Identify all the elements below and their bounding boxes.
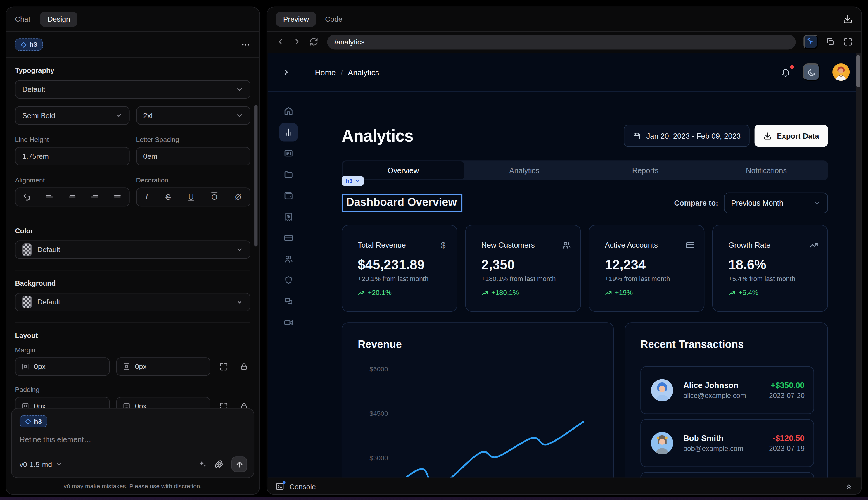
align-left-button[interactable] [42,190,57,204]
window-edge [0,497,868,500]
align-right-button[interactable] [88,190,102,204]
compare-select[interactable]: Previous Month [724,192,828,213]
console-bar[interactable]: Console [268,478,861,495]
inspect-mode-button[interactable] [803,34,818,49]
margin-lock-button[interactable] [237,360,251,373]
v0-workspace: Chat Design h3 Typography Default [0,0,868,500]
reset-alignment-button[interactable] [20,190,34,204]
stat-delta: +5.4% [728,289,818,297]
enhance-prompt-button[interactable] [198,460,207,469]
margin-x-input[interactable]: 0px [15,357,109,376]
color-select[interactable]: Default [15,240,250,259]
selected-node-chip[interactable]: h3 [15,38,43,50]
url-input[interactable]: /analytics [327,34,796,49]
tab-reports[interactable]: Reports [585,161,706,179]
model-selector[interactable]: v0-1.5-md [20,460,62,469]
rail-video[interactable] [279,314,298,332]
download-button[interactable] [843,15,852,24]
stat-card-active-accounts: Active Accounts 12,234 +19% from last mo… [589,225,704,312]
overline-icon[interactable]: O [211,193,218,202]
stat-value: 12,234 [605,257,695,273]
tab-code[interactable]: Code [325,15,342,23]
stat-delta: +19% [605,289,695,297]
trending-up-icon [809,240,818,250]
transaction-row[interactable] [640,472,814,477]
tab-notifications[interactable]: Notifications [706,161,827,179]
send-button[interactable] [231,456,247,472]
font-weight-select[interactable]: Semi Bold [15,106,129,125]
fullscreen-icon [843,37,852,46]
rail-customers[interactable] [279,250,298,269]
selection-tag[interactable]: h3 [342,176,364,186]
trending-up-icon [728,289,736,296]
font-family-select[interactable]: Default [15,80,250,99]
scrollbar-thumb[interactable] [856,55,860,87]
tab-design[interactable]: Design [40,12,78,26]
sidebar-toggle-icon[interactable] [282,68,290,76]
rail-files[interactable] [279,165,298,184]
selected-element-outline[interactable]: Dashboard Overview [342,194,462,212]
breadcrumb-current: Analytics [348,68,379,76]
preview-panel: Preview Code /analytics [267,7,862,495]
rail-cards[interactable] [279,229,298,247]
transaction-row[interactable]: Alice Johnson alice@example.com +$350.00… [640,366,814,414]
design-panel: Chat Design h3 Typography Default [5,7,260,495]
console-expand-button[interactable] [845,482,853,491]
letter-spacing-input[interactable]: 0em [136,147,250,166]
tab-analytics[interactable]: Analytics [464,161,585,179]
breadcrumb: Home / Analytics [315,68,379,76]
fullscreen-button[interactable] [843,37,852,46]
copy-icon [826,37,834,46]
align-center-button[interactable] [65,190,80,204]
underline-icon[interactable]: U [188,193,194,202]
compare-label: Compare to: [674,198,718,207]
tab-chat[interactable]: Chat [15,15,30,23]
align-justify-icon [113,193,122,202]
background-select[interactable]: Default [15,293,250,311]
shield-icon [284,275,293,285]
margin-expand-button[interactable] [217,360,231,373]
refresh-icon[interactable] [310,37,318,46]
back-icon[interactable] [276,37,285,46]
font-size-select[interactable]: 2xl [136,106,250,125]
typography-section: Typography Default Semi Bold 2xl [15,58,250,218]
stat-card-growth-rate: Growth Rate 18.6% +5.4% from last month … [712,225,828,312]
rail-home[interactable] [279,102,298,120]
margin-label: Margin [15,346,250,354]
rail-security[interactable] [279,271,298,289]
tab-preview[interactable]: Preview [276,12,316,26]
alignment-label: Alignment [15,177,129,184]
line-height-input[interactable]: 1.75rem [15,147,129,166]
transparent-swatch-icon [22,243,32,256]
date-range-button[interactable]: Jan 20, 2023 - Feb 09, 2023 [623,125,749,147]
revenue-chart-card: Revenue $6000 $4500 $3000 [342,322,614,477]
transaction-row[interactable]: Bob Smith bob@example.com -$120.50 2023-… [640,419,814,467]
notifications-button[interactable] [780,67,790,77]
expand-icon [219,362,228,371]
attach-file-button[interactable] [215,460,223,469]
composer-node-chip[interactable]: h3 [20,415,47,428]
no-decoration-icon[interactable]: Ø [235,193,241,202]
align-justify-button[interactable] [110,190,125,204]
export-data-button[interactable]: Export Data [755,125,828,147]
viewport-scrollbar[interactable] [856,53,861,478]
rail-news[interactable] [279,144,298,162]
diamond-icon [25,418,31,424]
rail-billing[interactable] [279,208,298,226]
margin-y-input[interactable]: 0px [116,357,210,376]
composer-input[interactable]: Refine this element… [20,435,246,444]
users-icon [284,254,293,264]
rail-analytics[interactable] [279,123,298,141]
refine-composer: h3 Refine this element… v0-1.5-md [11,408,254,478]
rail-wallet[interactable] [279,186,298,205]
italic-icon[interactable]: I [145,193,148,202]
copy-preview-button[interactable] [826,37,834,46]
strikethrough-icon[interactable]: S [165,193,171,202]
node-menu-button[interactable] [241,40,250,49]
breadcrumb-home[interactable]: Home [315,68,336,76]
theme-toggle-button[interactable] [803,64,820,81]
forward-icon[interactable] [292,37,301,46]
panel-scrollbar[interactable] [254,105,257,247]
rail-messages[interactable] [279,292,298,311]
user-avatar[interactable] [832,64,849,81]
